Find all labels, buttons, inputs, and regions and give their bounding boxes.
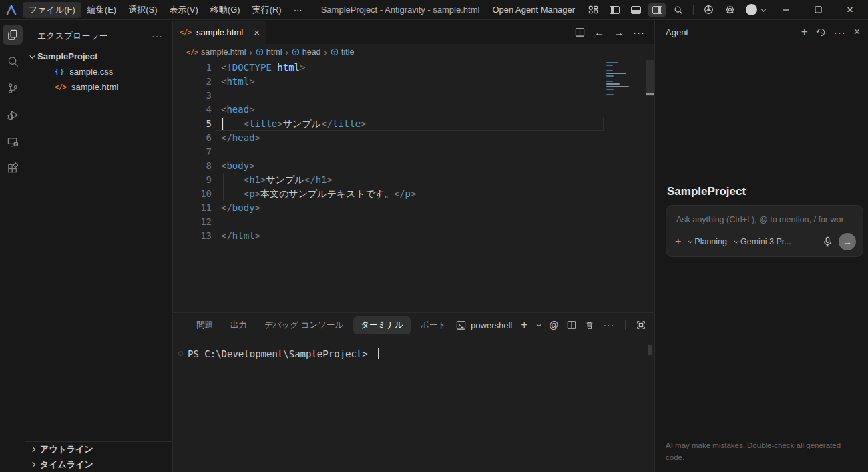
code-line-3[interactable]: 3	[173, 89, 604, 103]
model-selector[interactable]: Gemini 3 Pr...	[734, 237, 791, 246]
code-token: <	[244, 118, 249, 129]
code-token: <	[244, 188, 249, 199]
agent-chat-input-card[interactable]: Ask anything (Ctrl+L), @ to mention, / f…	[666, 205, 863, 257]
menu-edit[interactable]: 編集(E)	[81, 2, 122, 18]
menu-selection[interactable]: 選択(S)	[122, 2, 163, 18]
panel-separator	[625, 320, 626, 330]
run-debug-icon[interactable]	[3, 105, 23, 125]
code-token: html	[226, 76, 249, 87]
code-line-11[interactable]: 11</body>	[173, 201, 604, 215]
breadcrumb-title[interactable]: title	[331, 47, 354, 57]
code-line-7[interactable]: 7	[173, 145, 604, 159]
terminal-shell-item[interactable]: powershell	[456, 320, 512, 330]
open-agent-manager-button[interactable]: Open Agent Manager	[492, 5, 575, 15]
panel-tab-ports[interactable]: ポート	[413, 316, 453, 334]
code-line-6[interactable]: 6</head>	[173, 131, 604, 145]
split-editor-icon[interactable]	[575, 27, 585, 37]
line-number: 12	[173, 215, 212, 229]
code-line-2[interactable]: 2<html>	[173, 75, 604, 89]
panel-more-icon[interactable]: ···	[603, 320, 614, 330]
explorer-more-icon[interactable]: ···	[152, 31, 163, 41]
code-line-12[interactable]: 12	[173, 215, 604, 229]
panel-tab-output[interactable]: 出力	[223, 316, 254, 334]
maximize-button[interactable]	[804, 1, 832, 19]
toggle-bottom-panel-icon[interactable]	[627, 3, 644, 17]
symbol-cube-icon	[331, 48, 339, 56]
code-line-4[interactable]: 4<head>	[173, 103, 604, 117]
menu-run[interactable]: 実行(R)	[246, 2, 288, 18]
menu-go[interactable]: 移動(G)	[204, 2, 246, 18]
terminal-prompt-line[interactable]: PS C:\Development\SampleProject>	[178, 348, 379, 359]
code-line-10[interactable]: 10 <p>本文のサンプルテキストです。</p>	[173, 187, 604, 201]
panel-tab-terminal[interactable]: ターミナル	[353, 316, 411, 334]
mode-selector[interactable]: Planning	[688, 237, 727, 246]
search-sidebar-icon[interactable]	[3, 51, 23, 71]
browser-icon[interactable]	[700, 3, 717, 17]
mention-icon[interactable]: @	[549, 320, 558, 330]
split-terminal-icon[interactable]	[567, 320, 576, 330]
menu-file[interactable]: ファイル(F)	[23, 2, 81, 18]
menu-more[interactable]: ···	[288, 3, 308, 17]
terminal-dropdown-icon[interactable]	[536, 321, 541, 326]
editor-group: </> sample.html × ← → ··· </>sample.html…	[172, 21, 654, 472]
panel-tab-problems[interactable]: 問題	[189, 316, 220, 334]
agent-close-icon[interactable]: ×	[854, 26, 860, 38]
file-sample.html[interactable]: </>sample.html	[25, 79, 172, 95]
terminal-scrollbar[interactable]	[648, 345, 652, 355]
tree-root-sampleproject[interactable]: SampleProject	[25, 49, 172, 64]
breadcrumb-sample.html[interactable]: </>sample.html	[186, 47, 246, 57]
kill-terminal-icon[interactable]	[585, 320, 594, 330]
navigate-forward-icon[interactable]: →	[614, 27, 624, 38]
section-outline[interactable]: アウトライン	[25, 441, 172, 457]
toggle-left-sidebar-icon[interactable]	[606, 3, 623, 17]
search-icon[interactable]	[670, 3, 687, 17]
code-token	[221, 174, 244, 185]
customize-layout-icon[interactable]	[584, 3, 602, 17]
code-line-5[interactable]: 5 <title>サンプル</title>	[173, 117, 604, 131]
line-number: 5	[173, 117, 212, 131]
toggle-right-sidebar-icon[interactable]	[648, 3, 666, 17]
mode-label: Planning	[694, 237, 727, 246]
code-line-8[interactable]: 8<body>	[173, 159, 604, 173]
minimize-button[interactable]	[772, 1, 800, 19]
agent-more-icon[interactable]: ···	[834, 27, 846, 38]
breadcrumb-label: head	[302, 47, 321, 57]
extensions-icon[interactable]	[3, 158, 23, 178]
navigate-back-icon[interactable]: ←	[594, 27, 604, 38]
breadcrumb-html[interactable]: html	[256, 47, 282, 57]
explorer-icon[interactable]	[3, 25, 23, 45]
tab-sample-html[interactable]: </> sample.html ×	[173, 21, 266, 44]
remote-explorer-icon[interactable]	[3, 132, 23, 152]
close-button[interactable]: ×	[836, 1, 864, 19]
minimap[interactable]	[606, 62, 641, 136]
panel-tab-debug-console[interactable]: デバッグ コンソール	[257, 316, 351, 334]
file-sample.css[interactable]: {}sample.css	[25, 64, 172, 79]
window-title: SampleProject - Antigravity - sample.htm…	[308, 5, 493, 15]
tab-close-icon[interactable]: ×	[254, 27, 260, 38]
code-token: </	[221, 132, 232, 143]
settings-gear-icon[interactable]	[721, 3, 738, 17]
agent-input[interactable]: Ask anything (Ctrl+L), @ to mention, / f…	[676, 215, 853, 224]
section-timeline[interactable]: タイムライン	[25, 457, 172, 472]
attach-icon[interactable]: +	[675, 236, 681, 248]
menu-view[interactable]: 表示(V)	[164, 2, 204, 18]
editor-more-icon[interactable]: ···	[633, 27, 645, 38]
sidebar-title: エクスプローラー	[37, 30, 108, 42]
microphone-icon[interactable]	[823, 236, 832, 247]
new-conversation-icon[interactable]: +	[801, 25, 808, 39]
code-editor[interactable]: 1<!DOCTYPE html>2<html>34<head>5 <title>…	[173, 60, 654, 312]
maximize-panel-icon[interactable]	[636, 320, 646, 330]
editor-scrollbar[interactable]	[645, 60, 654, 312]
source-control-icon[interactable]	[3, 78, 23, 98]
new-terminal-icon[interactable]: +	[521, 318, 527, 332]
breadcrumb-head[interactable]: head	[292, 47, 321, 57]
line-number: 9	[173, 173, 212, 187]
code-line-1[interactable]: 1<!DOCTYPE html>	[173, 61, 604, 75]
account-avatar[interactable]	[742, 3, 768, 17]
tree-root-label: SampleProject	[37, 51, 97, 61]
send-button[interactable]: →	[839, 233, 856, 250]
line-number: 7	[173, 145, 212, 159]
code-line-9[interactable]: 9 <h1>サンプル</h1>	[173, 173, 604, 187]
code-line-13[interactable]: 13</html>	[173, 229, 604, 243]
history-icon[interactable]	[816, 27, 826, 37]
